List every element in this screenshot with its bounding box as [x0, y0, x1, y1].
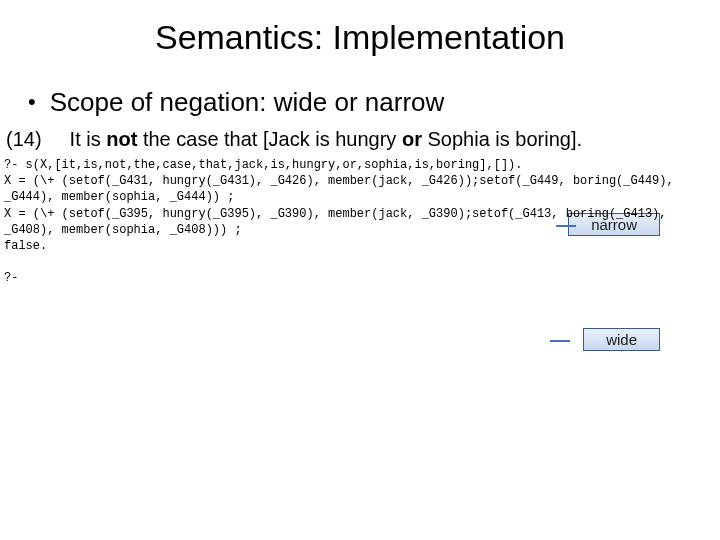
label-wide: wide: [583, 328, 660, 351]
code-line-3: _G444), member(sophia, _G444)) ;: [4, 190, 234, 204]
code-line-1: ?- s(X,[it,is,not,the,case,that,jack,is,…: [4, 158, 522, 172]
code-line-2: X = (\+ (setof(_G431, hungry(_G431), _G4…: [4, 174, 674, 188]
ex-tail: Sophia is boring].: [422, 128, 582, 150]
example-line: (14) It is not the case that [Jack is hu…: [0, 118, 720, 151]
code-line-8: ?-: [4, 271, 26, 285]
ex-mid: the case that [Jack is hungry: [137, 128, 402, 150]
slide-title: Semantics: Implementation: [0, 0, 720, 57]
example-number: (14): [6, 128, 42, 151]
bullet-dot: •: [28, 91, 36, 113]
bullet-text: Scope of negation: wide or narrow: [50, 87, 445, 118]
code-line-4: X = (\+ (setof(_G395, hungry(_G395), _G3…: [4, 207, 667, 221]
code-line-6: false.: [4, 239, 47, 253]
bullet-row: • Scope of negation: wide or narrow: [28, 87, 700, 118]
connector-wide: [550, 340, 570, 342]
ex-or: or: [402, 128, 422, 150]
ex-not: not: [106, 128, 137, 150]
code-block: ?- s(X,[it,is,not,the,case,that,jack,is,…: [0, 151, 720, 287]
example-sentence: It is not the case that [Jack is hungry …: [70, 128, 582, 151]
bullet-area: • Scope of negation: wide or narrow: [0, 57, 720, 118]
code-line-5: _G408), member(sophia, _G408))) ;: [4, 223, 242, 237]
ex-lead: It is: [70, 128, 107, 150]
